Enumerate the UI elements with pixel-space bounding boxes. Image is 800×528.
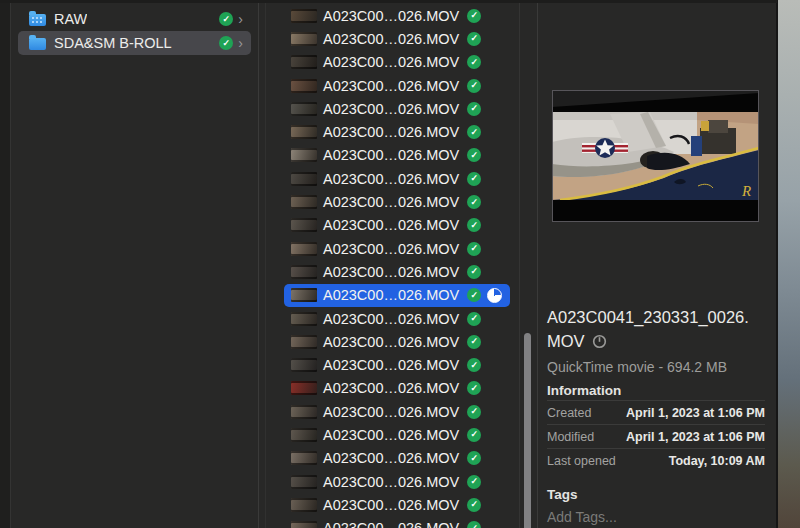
info-row: Modified April 1, 2023 at 1:06 PM [547, 425, 765, 448]
file-row[interactable]: A023C00…026.MOV ✓ [284, 377, 510, 400]
file-name: A023C00…026.MOV [323, 8, 459, 24]
sidebar-item-sda-sm-b-roll[interactable]: SDA&SM B-ROLL ✓ › [18, 31, 251, 55]
video-thumbnail [291, 358, 317, 372]
sync-check-icon: ✓ [467, 451, 481, 465]
file-row[interactable]: A023C00…026.MOV ✓ [284, 353, 510, 376]
info-value: April 1, 2023 at 1:06 PM [626, 406, 765, 420]
svg-text:R: R [741, 183, 751, 199]
file-row[interactable]: A023C00…026.MOV ✓ [284, 97, 510, 120]
file-name: A023C00…026.MOV [323, 147, 459, 163]
video-preview-image: R [552, 90, 759, 222]
sync-check-icon: ✓ [467, 218, 481, 232]
info-row: Created April 1, 2023 at 1:06 PM [547, 401, 765, 424]
sync-check-icon: ✓ [467, 102, 481, 116]
video-thumbnail [291, 288, 317, 302]
file-row[interactable]: A023C00…026.MOV ✓ [284, 120, 510, 143]
file-row[interactable]: A023C00…026.MOV ✓ [284, 144, 510, 167]
folder-icon [29, 14, 46, 26]
info-label: Created [547, 406, 591, 420]
file-row[interactable]: A023C00…026.MOV ✓ [284, 190, 510, 213]
filename-line2: MOV [547, 332, 585, 350]
sync-check-icon: ✓ [219, 36, 233, 50]
file-name: A023C00…026.MOV [323, 171, 459, 187]
file-name: A023C00…026.MOV [323, 124, 459, 140]
sync-check-icon: ✓ [467, 9, 481, 23]
sync-check-icon: ✓ [467, 381, 481, 395]
file-name: A023C00…026.MOV [323, 54, 459, 70]
vertical-scrollbar[interactable] [524, 333, 531, 528]
file-name: A023C00…026.MOV [323, 404, 459, 420]
file-row[interactable]: A023C00…026.MOV ✓ [284, 447, 510, 470]
sync-check-icon: ✓ [467, 125, 481, 139]
sync-check-icon: ✓ [467, 521, 481, 528]
file-row[interactable]: A023C00…026.MOV ✓ [284, 237, 510, 260]
file-name: A023C00…026.MOV [323, 287, 459, 303]
file-row[interactable]: A023C00…026.MOV ✓ [284, 214, 510, 237]
information-rows: Created April 1, 2023 at 1:06 PM Modifie… [547, 400, 765, 472]
file-name: A023C00…026.MOV [323, 380, 459, 396]
video-thumbnail [291, 451, 317, 465]
file-row[interactable]: A023C00…026.MOV ✓ [284, 74, 510, 97]
video-thumbnail [291, 405, 317, 419]
add-tags-field[interactable]: Add Tags... [547, 509, 617, 525]
sync-pending-clock-icon [592, 331, 607, 355]
video-thumbnail [291, 55, 317, 69]
file-row[interactable]: A023C00…026.MOV ✓ [284, 517, 510, 528]
tags-heading: Tags [547, 487, 578, 502]
cropped-row-top-strip [0, 0, 777, 3]
column-divider [258, 0, 259, 528]
video-thumbnail [291, 242, 317, 256]
sync-check-icon: ✓ [467, 335, 481, 349]
file-name: A023C00…026.MOV [323, 520, 459, 528]
sync-check-icon: ✓ [467, 195, 481, 209]
file-row[interactable]: A023C00…026.MOV ✓ [284, 4, 510, 27]
file-row[interactable]: A023C00…026.MOV ✓ [284, 307, 510, 330]
video-thumbnail [291, 125, 317, 139]
sidebar-item-raw[interactable]: RAW ✓ › [18, 7, 251, 31]
file-name: A023C00…026.MOV [323, 497, 459, 513]
file-row[interactable]: A023C00…026.MOV ✓ [284, 51, 510, 74]
file-name: A023C00…026.MOV [323, 427, 459, 443]
sync-check-icon: ✓ [219, 12, 233, 26]
file-row[interactable]: A023C00…026.MOV ✓ [284, 493, 510, 516]
file-name: A023C00…026.MOV [323, 241, 459, 257]
info-label: Last opened [547, 454, 616, 468]
video-thumbnail [291, 195, 317, 209]
file-name: A023C00…026.MOV [323, 357, 459, 373]
window-left-edge [0, 0, 11, 528]
info-label: Modified [547, 430, 594, 444]
sync-check-icon: ✓ [467, 475, 481, 489]
file-row[interactable]: A023C00…026.MOV ✓ [284, 330, 510, 353]
video-thumbnail [291, 475, 317, 489]
folder-column: RAW ✓ › SDA&SM B-ROLL ✓ › [11, 0, 258, 528]
file-column: A023C00…026.MOV ✓ A023C00…026.MOV ✓ A023… [266, 0, 519, 528]
sidebar-item-label: RAW [54, 11, 87, 27]
video-thumbnail [291, 79, 317, 93]
file-name: A023C00…026.MOV [323, 101, 459, 117]
file-name: A023C00…026.MOV [323, 334, 459, 350]
info-value: April 1, 2023 at 1:06 PM [626, 430, 765, 444]
file-row[interactable]: A023C00…026.MOV ✓ [284, 167, 510, 190]
sync-check-icon: ✓ [467, 55, 481, 69]
file-name: A023C00…026.MOV [323, 450, 459, 466]
video-thumbnail [291, 32, 317, 46]
file-name: A023C00…026.MOV [323, 78, 459, 94]
video-thumbnail [291, 428, 317, 442]
file-row[interactable]: A023C00…026.MOV ✓ [284, 423, 510, 446]
preview-column: R A023C0041_230331_0026. MOV QuickTime m… [538, 0, 777, 528]
sidebar-item-label: SDA&SM B-ROLL [54, 35, 172, 51]
filename-line1: A023C0041_230331_0026. [547, 308, 749, 326]
chevron-right-icon: › [238, 12, 243, 26]
sync-check-icon: ✓ [467, 79, 481, 93]
file-row[interactable]: A023C00…026.MOV ✓ [284, 470, 510, 493]
file-row[interactable]: A023C00…026.MOV ✓ [284, 260, 510, 283]
video-thumbnail [291, 218, 317, 232]
file-name: A023C00…026.MOV [323, 474, 459, 490]
video-thumbnail [291, 335, 317, 349]
file-row[interactable]: A023C00…026.MOV ✓ [284, 27, 510, 50]
video-thumbnail [291, 148, 317, 162]
video-thumbnail [291, 521, 317, 528]
video-thumbnail [291, 102, 317, 116]
file-row[interactable]: A023C00…026.MOV ✓ [284, 400, 510, 423]
file-row[interactable]: A023C00…026.MOV ✓ [284, 284, 510, 307]
